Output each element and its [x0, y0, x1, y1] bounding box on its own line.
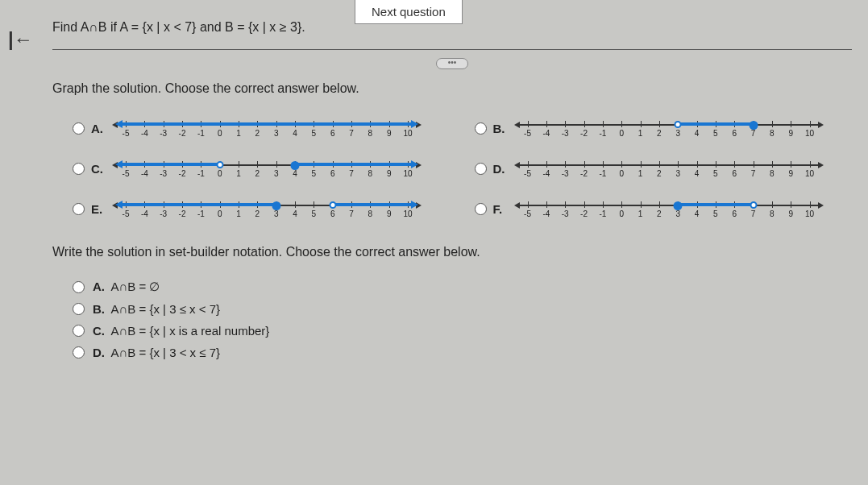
expand-button[interactable]: •••: [436, 58, 468, 69]
numberline-f: -5-4-3-2-1012345678910: [516, 197, 822, 221]
set-option-c[interactable]: C. A∩B = {x | x is a real number}: [73, 324, 852, 338]
set-label-d: D. A∩B = {x | 3 < x ≤ 7}: [93, 346, 220, 359]
numberline-a: -5-4-3-2-1012345678910: [114, 116, 420, 140]
set-radio-c[interactable]: [73, 325, 85, 337]
numberline-d: -5-4-3-2-1012345678910: [516, 156, 822, 180]
content-area: Find A∩B if A = {x | x < 7} and B = {x |…: [52, 20, 852, 367]
graph-option-a[interactable]: A. -5-4-3-2-1012345678910: [73, 116, 451, 140]
graph-option-d[interactable]: D. -5-4-3-2-1012345678910: [475, 156, 853, 180]
set-option-d[interactable]: D. A∩B = {x | 3 < x ≤ 7}: [73, 346, 852, 359]
set-option-a[interactable]: A. A∩B = ∅: [73, 280, 852, 294]
graph-option-f[interactable]: F. -5-4-3-2-1012345678910: [475, 197, 853, 221]
numberline-b: -5-4-3-2-1012345678910: [516, 116, 822, 140]
radio-a[interactable]: [73, 122, 85, 135]
set-label-b: B. A∩B = {x | 3 ≤ x < 7}: [93, 302, 220, 316]
graph-options: A. -5-4-3-2-1012345678910 B. -5-4-3-2-10…: [73, 116, 852, 221]
graph-option-b[interactable]: B. -5-4-3-2-1012345678910: [475, 116, 853, 140]
set-radio-b[interactable]: [73, 303, 85, 315]
set-option-b[interactable]: B. A∩B = {x | 3 ≤ x < 7}: [73, 302, 852, 316]
numberline-c: -5-4-3-2-1012345678910: [114, 156, 420, 180]
radio-b[interactable]: [475, 122, 487, 135]
label-c: C.: [91, 162, 107, 176]
numberline-e: -5-4-3-2-1012345678910: [114, 197, 420, 221]
radio-d[interactable]: [475, 163, 487, 175]
label-e: E.: [91, 202, 107, 216]
collapse-icon[interactable]: |←: [8, 28, 33, 51]
set-label-a: A. A∩B = ∅: [93, 280, 160, 294]
label-a: A.: [91, 122, 107, 135]
divider: [52, 49, 852, 50]
label-f: F.: [493, 202, 509, 216]
set-instruction: Write the solution in set-builder notati…: [52, 245, 852, 259]
set-radio-d[interactable]: [73, 346, 85, 359]
set-options: A. A∩B = ∅ B. A∩B = {x | 3 ≤ x < 7} C. A…: [73, 280, 852, 359]
label-b: B.: [493, 122, 509, 135]
radio-c[interactable]: [73, 163, 85, 175]
radio-f[interactable]: [475, 203, 487, 215]
question-text: Find A∩B if A = {x | x < 7} and B = {x |…: [52, 20, 852, 35]
graph-option-c[interactable]: C. -5-4-3-2-1012345678910: [73, 156, 451, 180]
set-radio-a[interactable]: [73, 281, 85, 293]
set-label-c: C. A∩B = {x | x is a real number}: [93, 324, 269, 338]
radio-e[interactable]: [73, 203, 85, 215]
graph-option-e[interactable]: E. -5-4-3-2-1012345678910: [73, 197, 451, 221]
label-d: D.: [493, 162, 509, 176]
graph-instruction: Graph the solution. Choose the correct a…: [52, 81, 852, 96]
